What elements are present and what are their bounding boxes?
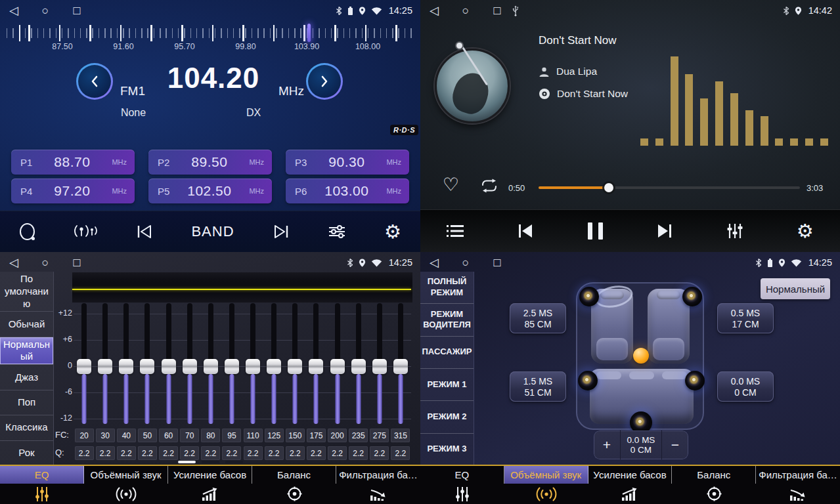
q-value[interactable]: 2.2: [244, 446, 263, 460]
tab-balance[interactable]: Баланс: [672, 466, 756, 504]
preset-button[interactable]: P6 103.00 MHz: [286, 178, 409, 203]
pause-button[interactable]: [588, 222, 603, 240]
recents-icon[interactable]: □: [71, 256, 83, 270]
position-mode-item[interactable]: РЕЖИМ 1: [420, 369, 474, 401]
q-value[interactable]: 2.2: [201, 446, 220, 460]
eq-band-slider[interactable]: [369, 303, 390, 427]
dial-pointer[interactable]: [307, 24, 311, 42]
tab-eq[interactable]: EQ: [420, 466, 504, 504]
position-mode-item[interactable]: ПАССАЖИР: [420, 337, 474, 369]
slider-knob[interactable]: [246, 359, 260, 374]
eq-band-slider[interactable]: [327, 303, 348, 427]
rear-left-delay[interactable]: 1.5 MS 51 CM: [510, 371, 566, 402]
fc-value[interactable]: 70: [180, 429, 199, 442]
progress-knob[interactable]: [604, 183, 613, 192]
slider-knob[interactable]: [330, 359, 345, 374]
increase-button[interactable]: +: [594, 430, 620, 459]
eq-band-slider[interactable]: [116, 303, 137, 427]
home-icon[interactable]: ○: [39, 4, 51, 18]
tab-bass-boost[interactable]: Усиление басов: [588, 466, 673, 504]
eq-preset-item[interactable]: Джаз: [0, 365, 53, 390]
q-value[interactable]: 2.2: [138, 446, 157, 460]
eq-band-slider[interactable]: [74, 303, 95, 427]
fc-value[interactable]: 80: [201, 429, 220, 442]
q-value[interactable]: 2.2: [75, 446, 94, 460]
scan-button[interactable]: [19, 222, 36, 242]
recents-icon[interactable]: □: [491, 256, 503, 270]
slider-knob[interactable]: [204, 359, 218, 374]
fc-value[interactable]: 50: [138, 429, 157, 442]
slider-knob[interactable]: [372, 359, 387, 374]
eq-band-slider[interactable]: [158, 303, 179, 427]
slider-knob[interactable]: [267, 359, 281, 374]
seek-previous-button[interactable]: [136, 224, 153, 240]
position-mode-item[interactable]: РЕЖИМ 2: [420, 401, 474, 433]
dx-mode[interactable]: DX: [246, 107, 261, 119]
fc-value[interactable]: 235: [349, 429, 368, 442]
q-value[interactable]: 2.2: [180, 446, 199, 460]
eq-preset-item[interactable]: Нормальный: [0, 337, 53, 366]
rear-left-speaker[interactable]: [578, 371, 598, 390]
front-left-speaker[interactable]: [579, 287, 599, 306]
decrease-button[interactable]: −: [662, 430, 688, 459]
front-left-delay[interactable]: 2.5 MS 85 CM: [510, 303, 566, 333]
front-right-speaker[interactable]: [682, 287, 702, 306]
eq-preset-item[interactable]: Классика: [0, 415, 53, 440]
back-icon[interactable]: ◁: [8, 255, 20, 270]
rear-right-delay[interactable]: 0.0 MS 0 CM: [717, 371, 774, 402]
eq-band-slider[interactable]: [284, 303, 305, 427]
broadcast-button[interactable]: [74, 223, 98, 240]
home-icon[interactable]: ○: [460, 4, 472, 18]
fc-value[interactable]: 200: [328, 429, 347, 442]
next-track-button[interactable]: [655, 222, 674, 240]
slider-knob[interactable]: [351, 359, 366, 374]
tab-surround[interactable]: Объёмный звук: [84, 466, 168, 504]
tab-subsonic-filter[interactable]: Фильтрация ба…: [756, 466, 840, 504]
frequency-dial[interactable]: [7, 24, 414, 42]
rear-right-speaker[interactable]: [685, 371, 705, 390]
eq-preset-item[interactable]: По умолчанию: [0, 272, 53, 312]
band-button[interactable]: BAND: [191, 223, 234, 240]
fc-value[interactable]: 150: [286, 429, 305, 442]
eq-band-slider[interactable]: [242, 303, 263, 427]
q-value[interactable]: 2.2: [370, 446, 389, 460]
fc-value[interactable]: 275: [370, 429, 389, 442]
q-value[interactable]: 2.2: [328, 446, 347, 460]
slider-knob[interactable]: [288, 359, 302, 374]
preset-button[interactable]: P5 102.50 MHz: [148, 178, 272, 203]
position-mode-item[interactable]: РЕЖИМ 3: [420, 434, 474, 466]
slider-knob[interactable]: [162, 359, 176, 374]
preset-button[interactable]: P2 89.50 MHz: [148, 150, 272, 175]
favorite-button[interactable]: ♡: [443, 176, 459, 194]
tab-surround[interactable]: Объёмный звук: [504, 466, 588, 504]
recents-icon[interactable]: □: [491, 4, 503, 18]
slider-knob[interactable]: [140, 359, 154, 374]
q-value[interactable]: 2.2: [117, 446, 136, 460]
fc-value[interactable]: 95: [222, 429, 241, 442]
q-value[interactable]: 2.2: [222, 446, 241, 460]
album-art[interactable]: [435, 49, 510, 123]
eq-band-slider[interactable]: [221, 303, 242, 427]
preset-button[interactable]: P3 90.30 MHz: [286, 150, 409, 175]
slider-knob[interactable]: [77, 359, 91, 374]
eq-preset-item[interactable]: Поп: [0, 390, 53, 415]
home-icon[interactable]: ○: [39, 256, 51, 270]
fc-value[interactable]: 125: [265, 429, 284, 442]
q-value[interactable]: 2.2: [265, 446, 284, 460]
fc-value[interactable]: 20: [75, 429, 94, 442]
preset-button[interactable]: P4 97.20 MHz: [11, 178, 135, 203]
audio-settings-button[interactable]: [328, 224, 346, 240]
fc-value[interactable]: 30: [96, 429, 115, 442]
fc-value[interactable]: 40: [117, 429, 136, 442]
position-mode-item[interactable]: ПОЛНЫЙ РЕЖИМ: [420, 272, 474, 304]
tab-subsonic-filter[interactable]: Фильтрация ба…: [336, 466, 420, 504]
eq-band-slider[interactable]: [179, 303, 200, 427]
tab-bass-boost[interactable]: Усиление басов: [168, 466, 252, 504]
q-value[interactable]: 2.2: [307, 446, 326, 460]
fc-value[interactable]: 175: [307, 429, 326, 442]
eq-band-slider[interactable]: [305, 303, 326, 427]
settings-button[interactable]: ⚙: [384, 222, 401, 242]
slider-knob[interactable]: [393, 359, 408, 374]
q-value[interactable]: 2.2: [96, 446, 115, 460]
seek-next-button[interactable]: [273, 224, 290, 240]
